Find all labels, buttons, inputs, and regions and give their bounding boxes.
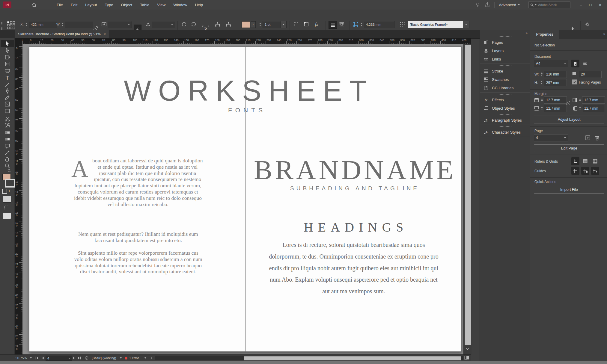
left-page-subtitle[interactable]: FONTS <box>29 107 461 114</box>
right-page-heading[interactable]: HEADINGS <box>246 220 461 235</box>
rotate-ccw-button[interactable] <box>191 21 197 27</box>
corner-options-icon[interactable] <box>293 21 299 27</box>
apply-color-button[interactable] <box>3 196 11 203</box>
add-page-icon[interactable] <box>585 135 591 141</box>
eyedropper-tool[interactable] <box>1 149 14 156</box>
doc-height-stepper[interactable] <box>540 79 543 86</box>
page-size-preset-dropdown[interactable]: A4 <box>534 60 568 67</box>
stroke-weight-dropdown[interactable] <box>281 21 287 28</box>
show-rulers-button[interactable] <box>571 157 579 165</box>
quick-apply-grid-icon[interactable] <box>399 21 405 27</box>
x-stepper[interactable] <box>25 21 28 28</box>
margin-right-stepper[interactable] <box>578 96 582 103</box>
left-page-title[interactable]: WORKSHEET <box>29 74 461 107</box>
dock-collapse-chevrons[interactable]: « <box>525 31 527 35</box>
preflight-icon[interactable] <box>85 356 89 360</box>
rotation-angle-input[interactable] <box>152 21 175 28</box>
preflight-profile[interactable]: [Basic] (working) <box>92 355 116 361</box>
smart-guides-button[interactable] <box>591 167 599 175</box>
properties-collapse-chevrons[interactable]: » <box>603 32 605 36</box>
margin-left-stepper[interactable] <box>578 105 582 111</box>
menu-file[interactable]: File <box>53 3 67 7</box>
share-icon[interactable] <box>485 2 490 7</box>
right-page-subtitle[interactable]: SUBHEADING AND TAGLINE <box>246 185 461 192</box>
page-tool[interactable] <box>1 54 14 61</box>
dock-item-pages[interactable]: Pages <box>480 38 530 46</box>
document-grid-button[interactable] <box>591 157 599 165</box>
margin-left-input[interactable]: 12.7 mm <box>582 105 605 112</box>
learn-bulb-icon[interactable] <box>475 2 481 7</box>
formatting-affects-container-icon[interactable] <box>2 189 7 194</box>
right-page-title[interactable]: BRANDNAME <box>246 154 461 186</box>
doc-width-input[interactable]: 210 mm <box>544 71 567 78</box>
effects-fx-icon[interactable]: fx <box>314 21 320 27</box>
line-tool[interactable] <box>1 81 14 88</box>
scroll-down-chevron-icon[interactable] <box>466 348 469 351</box>
zoom-dropdown-chevron[interactable] <box>30 355 32 361</box>
page-number-field[interactable]: 4 <box>46 356 72 361</box>
dock-group-grip[interactable] <box>499 126 511 127</box>
doc-width-stepper[interactable] <box>540 71 543 77</box>
dock-item-layers[interactable]: Layers <box>480 46 530 55</box>
left-page-text-frame[interactable]: About oditiam aut laboressi de quid quam… <box>71 158 204 207</box>
dock-group-grip[interactable] <box>499 65 511 66</box>
margin-bottom-stepper[interactable] <box>540 105 543 111</box>
object-style-chevron[interactable] <box>463 21 469 28</box>
horizontal-ruler[interactable]: 1001020304050607080901001101201301401501… <box>22 38 471 44</box>
tab-close-icon[interactable]: × <box>104 32 106 36</box>
w-stepper[interactable] <box>61 21 64 28</box>
gradient-feather-tool[interactable] <box>1 136 14 143</box>
split-layout-view-icon[interactable] <box>464 356 469 360</box>
workspace-switcher[interactable]: Advanced <box>499 3 520 7</box>
ruler-corner[interactable] <box>14 38 23 44</box>
page-spread[interactable]: WORKSHEET FONTS About oditiam aut labore… <box>29 46 462 352</box>
next-page-button[interactable] <box>72 356 76 360</box>
w-input[interactable] <box>65 21 93 28</box>
gradient-tool[interactable] <box>1 129 14 136</box>
dock-item-links[interactable]: Links <box>480 55 530 63</box>
search-input[interactable] <box>537 3 564 7</box>
content-collector-tool[interactable] <box>1 67 14 74</box>
x-input[interactable]: 422 mm <box>29 21 57 28</box>
preflight-profile-chevron[interactable] <box>120 355 122 361</box>
gap-tool[interactable] <box>1 61 14 67</box>
dock-item-swatches[interactable]: Swatches <box>480 75 530 84</box>
dock-group-grip[interactable] <box>499 36 511 37</box>
menu-edit[interactable]: Edit <box>67 3 81 7</box>
pencil-tool[interactable] <box>1 94 14 101</box>
free-transform-tool[interactable] <box>1 122 14 129</box>
selection-tool[interactable] <box>1 40 14 47</box>
wrap-none-button[interactable] <box>329 21 337 29</box>
reference-point-proxy[interactable] <box>7 21 16 29</box>
vertical-scrollbar-thumb[interactable] <box>465 45 471 345</box>
home-icon[interactable] <box>31 2 37 7</box>
fill-menu-button[interactable]: › <box>251 21 256 28</box>
window-close-button[interactable]: × <box>596 1 605 8</box>
stroke-weight-stepper[interactable] <box>258 21 262 28</box>
left-page-paragraph-2[interactable]: Nem quam et rest pedisquatur? Ihillant i… <box>74 231 203 244</box>
dock-item-object-styles[interactable]: Object Styles <box>480 104 530 112</box>
baseline-grid-button[interactable] <box>581 157 589 165</box>
gap-input[interactable]: 4.233 mm <box>364 21 394 28</box>
screen-mode-button[interactable] <box>3 213 11 219</box>
menu-window[interactable]: Window <box>169 3 191 7</box>
pasteboard[interactable]: WORKSHEET FONTS About oditiam aut labore… <box>22 44 463 354</box>
dock-item-stroke[interactable]: Stroke <box>480 67 530 75</box>
vertical-scrollbar[interactable] <box>463 44 472 354</box>
scissors-tool[interactable] <box>1 116 14 123</box>
gear-icon[interactable] <box>585 22 590 27</box>
object-style-dropdown[interactable]: [Basic Graphics Frame]+ <box>408 21 466 28</box>
rotate-cw-button[interactable] <box>181 21 187 27</box>
dock-item-paragraph-styles[interactable]: ¶Paragraph Styles <box>480 116 530 124</box>
page-count-input[interactable]: 20 <box>579 71 602 78</box>
menu-table[interactable]: Table <box>136 3 153 7</box>
right-page-body-text[interactable]: Lores is di recture, solorat quistotati … <box>267 239 441 297</box>
horizontal-scrollbar-thumb[interactable] <box>244 356 461 360</box>
scroll-left-chevron-icon[interactable] <box>150 357 153 360</box>
margin-top-input[interactable]: 12.7 mm <box>544 96 567 104</box>
current-page-dropdown[interactable]: 4 <box>534 134 568 141</box>
select-container-button[interactable] <box>215 21 221 27</box>
scale-x-input[interactable] <box>108 21 132 28</box>
adjust-layout-button[interactable]: Adjust Layout <box>534 116 604 123</box>
tab-properties[interactable]: Properties <box>530 30 559 39</box>
